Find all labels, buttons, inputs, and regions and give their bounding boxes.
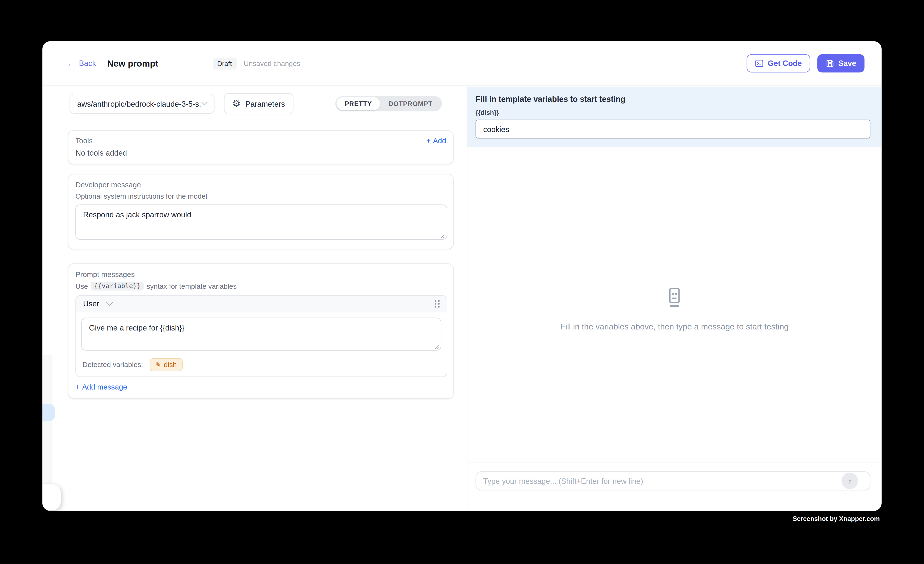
chat-message-input[interactable] [476, 471, 870, 490]
get-code-label: Get Code [768, 59, 802, 68]
variable-dish-input[interactable] [476, 120, 870, 139]
developer-message-subtitle: Optional system instructions for the mod… [75, 192, 447, 200]
watermark-text: Screenshot by Xnapper.com [792, 515, 880, 522]
header: ← Back New prompt Draft Unsaved changes … [42, 41, 882, 86]
main-area: aws/anthropic/bedrock-claude-3-5-s... ⚙ … [42, 87, 882, 511]
chevron-down-icon [106, 299, 113, 306]
status-badge: Draft [213, 57, 237, 69]
developer-message-card: Developer message Optional system instru… [68, 174, 454, 249]
usage-suffix: syntax for template variables [147, 282, 237, 290]
editor-content: Tools + Add No tools added Developer mes… [42, 122, 466, 399]
add-message-button[interactable]: + Add message [75, 383, 447, 391]
prompt-messages-card: Prompt messages Use {{variable}} syntax … [68, 263, 454, 399]
app-window: ← Back New prompt Draft Unsaved changes … [42, 41, 882, 511]
prompt-usage-hint: Use {{variable}} syntax for template var… [75, 282, 447, 290]
message-block: User Give me a recipe for {{dish}} [75, 295, 447, 377]
gear-icon: ⚙ [232, 99, 241, 108]
screenshot-stage: ← Back New prompt Draft Unsaved changes … [0, 0, 924, 564]
prompt-messages-title: Prompt messages [75, 270, 447, 279]
detected-variables-row: Detected variables: ✎ dish [81, 358, 441, 371]
user-message-input[interactable]: Give me a recipe for {{dish}} [81, 318, 441, 351]
chevron-down-icon [201, 99, 208, 105]
page-title: New prompt [107, 58, 158, 69]
pencil-icon: ✎ [155, 362, 161, 368]
toggle-dotprompt[interactable]: DOTPROMPT [380, 97, 441, 110]
tools-title: Tools [75, 137, 93, 145]
save-label: Save [838, 59, 856, 68]
template-variables-heading: Fill in template variables to start test… [476, 95, 870, 104]
detected-variables-label: Detected variables: [82, 360, 143, 369]
parameters-button[interactable]: ⚙ Parameters [224, 93, 293, 114]
developer-message-input[interactable]: Respond as jack sparrow would [75, 204, 447, 240]
variable-chip-name: dish [164, 360, 177, 369]
header-actions: Get Code Save [747, 54, 865, 72]
add-message-label: Add message [82, 383, 127, 391]
plus-icon: + [426, 137, 431, 145]
back-arrow-icon: ← [67, 59, 75, 68]
back-label: Back [79, 59, 96, 68]
send-button[interactable]: ↑ [842, 472, 858, 489]
toggle-pretty[interactable]: PRETTY [336, 97, 380, 110]
left-edge-highlight-fragment [42, 404, 55, 421]
get-code-button[interactable]: Get Code [747, 54, 810, 72]
up-arrow-icon: ↑ [848, 477, 852, 485]
role-select-value: User [83, 299, 99, 308]
variable-dish-label: {{dish}} [476, 109, 870, 116]
tools-empty-text: No tools added [75, 148, 446, 157]
add-tool-label: Add [433, 137, 446, 145]
chat-empty-state: Fill in the variables above, then type a… [467, 288, 882, 331]
variable-syntax-code: {{variable}} [91, 282, 144, 290]
plus-icon: + [75, 383, 80, 391]
parameters-label: Parameters [245, 99, 285, 108]
save-icon [825, 59, 834, 68]
chat-composer: ↑ [467, 463, 882, 490]
usage-prefix: Use [75, 282, 88, 290]
variable-chip-dish[interactable]: ✎ dish [150, 358, 183, 371]
tools-card: Tools + Add No tools added [68, 130, 454, 164]
left-edge-popup-fragment [42, 484, 60, 510]
test-pane: Fill in template variables to start test… [466, 87, 882, 511]
model-select[interactable]: aws/anthropic/bedrock-claude-3-5-s... [69, 94, 214, 114]
developer-message-title: Developer message [75, 181, 447, 189]
save-button[interactable]: Save [817, 54, 865, 72]
model-toolbar: aws/anthropic/bedrock-claude-3-5-s... ⚙ … [42, 87, 466, 122]
robot-face-icon [664, 288, 684, 308]
chat-empty-caption: Fill in the variables above, then type a… [467, 322, 882, 331]
terminal-icon [755, 59, 764, 68]
drag-handle-icon[interactable] [435, 300, 440, 308]
editor-pane: aws/anthropic/bedrock-claude-3-5-s... ⚙ … [42, 87, 466, 511]
template-variables-panel: Fill in template variables to start test… [467, 87, 882, 147]
view-mode-toggle: PRETTY DOTPROMPT [335, 96, 442, 111]
unsaved-changes-text: Unsaved changes [244, 59, 300, 68]
model-select-value: aws/anthropic/bedrock-claude-3-5-s... [77, 99, 202, 108]
message-role-row: User [76, 296, 447, 312]
add-tool-button[interactable]: + Add [426, 137, 446, 145]
back-button[interactable]: ← Back [67, 59, 96, 68]
role-select[interactable]: User [83, 299, 112, 308]
